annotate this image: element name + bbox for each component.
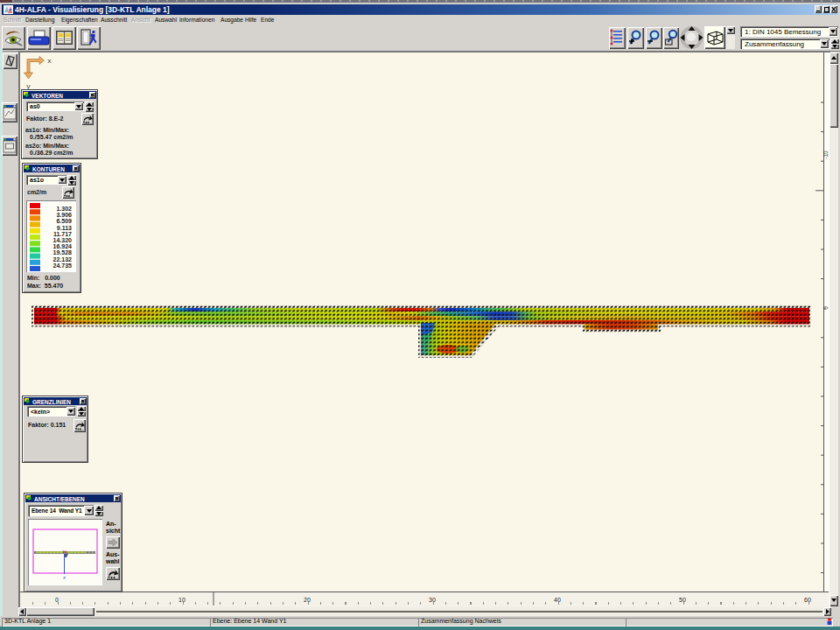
svg-text:22.132: 22.132 <box>53 256 73 262</box>
svg-text:x: x <box>47 57 52 65</box>
svg-text:19.528: 19.528 <box>53 249 73 256</box>
svg-text:-10: -10 <box>822 150 829 159</box>
svg-text:z: z <box>63 575 66 580</box>
svg-text:16.924: 16.924 <box>53 243 73 249</box>
svg-text:6.509: 6.509 <box>56 218 72 224</box>
svg-text:24.735: 24.735 <box>53 262 73 269</box>
svg-text:14.320: 14.320 <box>53 237 73 243</box>
svg-text:9.113: 9.113 <box>57 225 72 231</box>
svg-text:11.717: 11.717 <box>53 231 72 237</box>
svg-text:3.906: 3.906 <box>56 212 72 218</box>
svg-text:1.302: 1.302 <box>56 206 72 212</box>
